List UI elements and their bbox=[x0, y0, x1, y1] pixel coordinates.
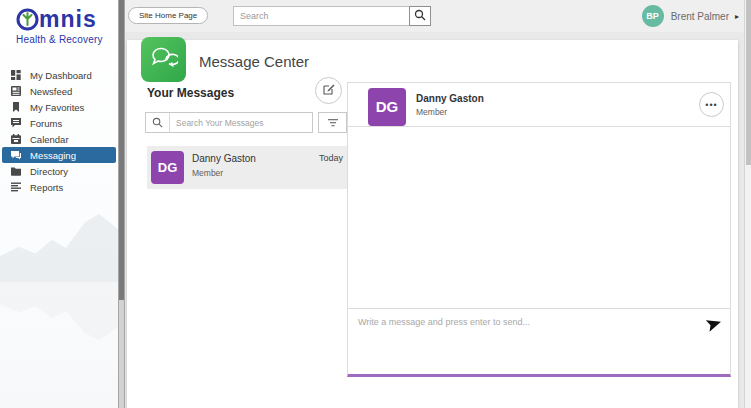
conversation-role: Member bbox=[192, 168, 319, 178]
sidebar-item-label: Newsfeed bbox=[30, 86, 72, 97]
chat-composer-input[interactable] bbox=[348, 309, 730, 374]
sidebar-item-my-dashboard[interactable]: My Dashboard bbox=[0, 67, 118, 83]
newsfeed-icon bbox=[11, 86, 21, 96]
your-messages-heading: Your Messages bbox=[147, 86, 234, 100]
sidebar-item-newsfeed[interactable]: Newsfeed bbox=[0, 83, 118, 99]
chat-composer bbox=[348, 308, 730, 374]
sidebar-item-calendar[interactable]: Calendar bbox=[0, 131, 118, 147]
omnis-logo-icon bbox=[16, 8, 39, 31]
compose-message-button[interactable] bbox=[315, 77, 342, 104]
site-home-page-button[interactable]: Site Home Page bbox=[128, 7, 208, 24]
sidebar-item-reports[interactable]: Reports bbox=[0, 179, 118, 195]
send-message-button[interactable] bbox=[705, 316, 723, 334]
messages-search bbox=[145, 112, 313, 133]
sidebar-item-directory[interactable]: Directory bbox=[0, 163, 118, 179]
user-menu[interactable]: BP Brent Palmer ▸ bbox=[642, 5, 739, 27]
window-scrollbar-thumb[interactable] bbox=[746, 0, 751, 165]
chat-contact-name: Danny Gaston bbox=[416, 93, 699, 104]
conversation-name: Danny Gaston bbox=[192, 153, 319, 164]
global-search-input[interactable] bbox=[233, 6, 409, 26]
message-center-icon bbox=[141, 37, 186, 82]
sidebar-item-messaging[interactable]: Messaging bbox=[2, 147, 116, 163]
sidebar-item-label: Messaging bbox=[30, 150, 76, 161]
topbar: Site Home Page BP Brent Palmer ▸ bbox=[125, 0, 744, 32]
sidebar-item-label: My Dashboard bbox=[30, 70, 92, 81]
compose-icon bbox=[323, 83, 335, 98]
chat-panel: DG Danny Gaston Member ••• bbox=[347, 82, 731, 377]
messages-filter-button[interactable] bbox=[318, 112, 347, 133]
sidebar-item-label: My Favorites bbox=[30, 102, 84, 113]
conversation-texts: Danny Gaston Member bbox=[192, 151, 319, 178]
message-center-card: Message Center Your Messages DG Danny Ga… bbox=[127, 40, 738, 408]
dashboard-icon bbox=[11, 70, 21, 80]
filter-icon bbox=[328, 115, 338, 130]
chat-contact-role: Member bbox=[416, 107, 699, 117]
calendar-icon bbox=[11, 134, 21, 144]
sidebar-item-my-favorites[interactable]: My Favorites bbox=[0, 99, 118, 115]
chat-header: DG Danny Gaston Member ••• bbox=[348, 83, 730, 127]
sidebar: mnis Health & Recovery My Dashboard News… bbox=[0, 0, 118, 408]
conversation-list-item[interactable]: DG Danny Gaston Member Today bbox=[147, 146, 347, 189]
chat-message-area bbox=[348, 127, 730, 308]
reports-icon bbox=[11, 182, 21, 192]
sidebar-item-forums[interactable]: Forums bbox=[0, 115, 118, 131]
user-name: Brent Palmer bbox=[671, 11, 729, 22]
forum-icon bbox=[11, 118, 21, 128]
folder-icon bbox=[11, 166, 21, 176]
ellipsis-icon: ••• bbox=[705, 100, 717, 110]
window-scrollbar[interactable] bbox=[744, 0, 751, 408]
chat-contact-avatar: DG bbox=[368, 88, 406, 126]
search-icon bbox=[146, 113, 170, 132]
global-search-button[interactable] bbox=[409, 6, 431, 26]
sidebar-item-label: Directory bbox=[30, 166, 68, 177]
app-logo[interactable]: mnis Health & Recovery bbox=[0, 0, 118, 49]
global-search bbox=[233, 6, 431, 26]
sidebar-scrollbar[interactable] bbox=[118, 0, 125, 408]
messages-search-input[interactable] bbox=[170, 113, 312, 132]
chat-contact-texts: Danny Gaston Member bbox=[416, 93, 699, 117]
bookmark-icon bbox=[11, 102, 21, 112]
conversation-time: Today bbox=[319, 151, 343, 163]
caret-right-icon: ▸ bbox=[735, 12, 739, 21]
mountain-background-image bbox=[0, 214, 118, 282]
sidebar-item-label: Forums bbox=[30, 118, 62, 129]
logo-text: mnis bbox=[39, 8, 97, 31]
user-avatar: BP bbox=[642, 5, 664, 27]
sidebar-nav: My Dashboard Newsfeed My Favorites Forum… bbox=[0, 67, 118, 195]
sidebar-item-label: Calendar bbox=[30, 134, 69, 145]
chat-options-button[interactable]: ••• bbox=[699, 92, 724, 117]
sidebar-item-label: Reports bbox=[30, 182, 63, 193]
mountain-reflection-image bbox=[0, 282, 118, 340]
messaging-icon bbox=[11, 150, 21, 160]
send-icon bbox=[706, 316, 722, 335]
main-area: Site Home Page BP Brent Palmer ▸ Message… bbox=[125, 0, 744, 408]
search-icon bbox=[414, 9, 426, 24]
page-title: Message Center bbox=[199, 53, 309, 70]
conversation-avatar: DG bbox=[151, 151, 184, 184]
sidebar-scrollbar-thumb[interactable] bbox=[119, 0, 124, 300]
logo-subtitle: Health & Recovery bbox=[16, 34, 110, 45]
